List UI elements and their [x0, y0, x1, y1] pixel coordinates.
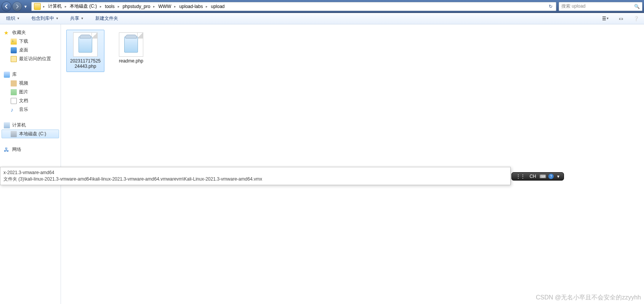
document-icon: [11, 98, 17, 104]
breadcrumb-segment[interactable]: tools: [103, 2, 117, 11]
ime-options-icon[interactable]: ▾: [556, 174, 561, 179]
computer-icon: [4, 122, 10, 128]
file-name-label: readme.php: [119, 58, 143, 64]
file-list[interactable]: 20231171752524443.php readme.php: [61, 24, 644, 304]
organize-menu[interactable]: 组织 ▼: [4, 14, 22, 22]
file-item[interactable]: 20231171752524443.php: [66, 30, 104, 72]
php-file-icon: [73, 32, 98, 57]
sidebar-item-documents[interactable]: 文档: [2, 96, 59, 105]
file-name-label: 20231171752524443.php: [69, 58, 102, 69]
breadcrumb-segment[interactable]: upload-labs: [177, 2, 205, 11]
video-icon: [11, 80, 17, 86]
php-file-icon: [119, 32, 143, 57]
preview-pane-button[interactable]: ▭: [617, 14, 625, 23]
sidebar-computer-header[interactable]: 计算机: [2, 121, 59, 130]
sidebar-item-videos[interactable]: 视频: [2, 79, 59, 88]
share-menu[interactable]: 共享 ▼: [68, 14, 86, 22]
breadcrumb-segment[interactable]: WWW: [156, 2, 173, 11]
sidebar-item-recent[interactable]: 最近访问的位置: [2, 54, 59, 63]
breadcrumb-segment[interactable]: phpstudy_pro: [120, 2, 153, 11]
sidebar-item-pictures[interactable]: 图片: [2, 88, 59, 96]
sidebar-item-music[interactable]: ♪音乐: [2, 105, 59, 114]
file-item[interactable]: readme.php: [112, 30, 150, 66]
star-icon: ★: [4, 30, 10, 36]
breadcrumb-segment[interactable]: 本地磁盘 (C:): [67, 2, 99, 11]
sidebar-favorites-header[interactable]: ★收藏夹: [2, 28, 59, 37]
sidebar-item-local-disk-c[interactable]: 本地磁盘 (C:): [2, 130, 59, 138]
help-button[interactable]: ❔: [632, 14, 640, 23]
search-placeholder: 搜索 upload: [561, 3, 585, 10]
language-bar[interactable]: ⋮⋮ CH ⌨ ? ▾: [511, 172, 564, 181]
command-bar: 组织 ▼ 包含到库中 ▼ 共享 ▼ 新建文件夹 ☰ ▼ ▭ ❔: [0, 13, 644, 24]
sidebar-network-header[interactable]: 🖧网络: [2, 145, 59, 154]
library-icon: [4, 72, 10, 78]
sidebar-item-downloads[interactable]: 下载: [2, 37, 59, 46]
ime-language-indicator[interactable]: CH: [529, 174, 537, 179]
ime-drag-icon[interactable]: ⋮⋮: [515, 174, 526, 179]
breadcrumb-segment[interactable]: upload: [208, 2, 227, 11]
drive-icon: [11, 131, 17, 137]
navigation-pane: ★收藏夹 下载 桌面 最近访问的位置 库 视频 图片 文档 ♪音乐 计算机 本地…: [0, 24, 61, 304]
music-icon: ♪: [11, 107, 17, 113]
search-icon: 🔍: [634, 4, 640, 9]
desktop-icon: [11, 47, 17, 53]
back-button[interactable]: [2, 2, 11, 11]
picture-icon: [11, 89, 17, 95]
search-input[interactable]: 搜索 upload 🔍: [559, 2, 642, 11]
address-bar: ▾ ▸ 计算机▸ 本地磁盘 (C:)▸ tools▸ phpstudy_pro▸…: [0, 0, 644, 13]
ime-help-icon[interactable]: ?: [548, 174, 554, 179]
recent-icon: [11, 56, 17, 62]
download-icon: [11, 38, 17, 45]
sidebar-item-desktop[interactable]: 桌面: [2, 46, 59, 54]
history-dropdown[interactable]: ▾: [24, 4, 30, 9]
new-folder-button[interactable]: 新建文件夹: [93, 14, 120, 22]
breadcrumb[interactable]: ▸ 计算机▸ 本地磁盘 (C:)▸ tools▸ phpstudy_pro▸ W…: [31, 2, 556, 11]
watermark: CSDN @无名小卒且不会安全的zzyyhh: [536, 294, 641, 302]
include-library-menu[interactable]: 包含到库中 ▼: [29, 14, 61, 22]
tooltip-popup: x-2021.3-vmware-amd64 文件夹 (3)\kali-linux…: [0, 167, 511, 185]
forward-button[interactable]: [12, 2, 22, 11]
breadcrumb-segment[interactable]: 计算机: [46, 2, 64, 11]
keyboard-icon[interactable]: ⌨: [540, 174, 546, 178]
popup-line-1: x-2021.3-vmware-amd64: [3, 170, 507, 176]
folder-icon: [34, 3, 41, 10]
chevron-right-icon: ▸: [42, 5, 46, 8]
popup-line-2: 文件夹 (3)\kali-linux-2021.3-vmware-amd64\k…: [3, 176, 507, 182]
main-area: ★收藏夹 下载 桌面 最近访问的位置 库 视频 图片 文档 ♪音乐 计算机 本地…: [0, 24, 644, 304]
view-options-button[interactable]: ☰ ▼: [601, 14, 610, 23]
network-icon: 🖧: [4, 147, 10, 153]
refresh-button[interactable]: ↻: [546, 4, 555, 9]
sidebar-libraries-header[interactable]: 库: [2, 70, 59, 79]
